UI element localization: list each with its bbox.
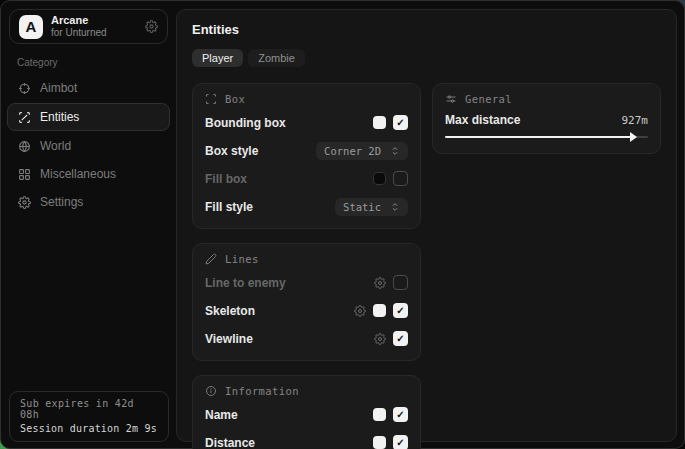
setting-row-skeleton: Skeleton [205,300,408,321]
box-card-title: Box [225,93,245,105]
skeleton-checkbox[interactable] [393,303,408,318]
sliders-icon [445,93,457,105]
box-style-dropdown[interactable]: Corner 2D [316,142,408,160]
chevrons-up-down-icon [390,202,400,212]
sidebar-item-miscellaneous[interactable]: Miscellaneous [7,161,170,187]
sidebar-item-label: Aimbot [40,81,77,95]
color-swatch[interactable] [373,172,386,185]
right-column: General Max distance 927m [432,83,661,154]
chevrons-up-down-icon [390,146,400,156]
viewline-checkbox[interactable] [393,331,408,346]
dropdown-value: Static [343,201,381,213]
subscription-status-card: Sub expires in 42d 08h Session duration … [9,391,169,442]
general-card-title: General [465,93,512,105]
setting-row-fill-style: Fill style Static [205,196,408,217]
box-card-header: Box [205,93,408,105]
name-checkbox[interactable] [393,407,408,422]
color-swatch[interactable] [373,304,386,317]
setting-row-box-style: Box style Corner 2D [205,140,408,161]
sidebar-item-label: Miscellaneous [40,167,116,181]
bounding-box-checkbox[interactable] [393,115,408,130]
lines-card-header: Lines [205,253,408,265]
max-distance-row: Max distance 927m [445,113,648,127]
max-distance-slider-fill [445,136,633,138]
gear-icon [18,196,31,209]
max-distance-label: Max distance [445,113,622,127]
fill-style-dropdown[interactable]: Static [335,198,408,216]
tab-zombie[interactable]: Zombie [248,49,305,67]
sub-expires-text: Sub expires in 42d 08h [20,398,158,420]
max-distance-slider[interactable] [445,132,648,142]
main-panel: Entities Player Zombie Box Bounding box [176,9,677,442]
general-card: General Max distance 927m [432,83,661,154]
setting-row-fill-box: Fill box [205,168,408,189]
crosshair-icon [18,82,31,95]
brand-name: Arcane [51,14,137,27]
color-swatch[interactable] [373,436,386,449]
distance-checkbox[interactable] [393,435,408,449]
box-card: Box Bounding box Box style Cor [192,83,421,229]
entity-tabs: Player Zombie [192,49,661,67]
dropdown-value: Corner 2D [324,145,381,157]
sidebar-item-label: Entities [40,110,79,124]
pencil-icon [205,253,217,265]
grid-icon [18,168,31,181]
entities-scan-icon [18,111,31,124]
gear-icon[interactable] [145,20,158,33]
row-label: Fill style [205,200,335,214]
fill-box-checkbox[interactable] [393,171,408,186]
row-label: Line to enemy [205,276,374,290]
sidebar-nav: Aimbot Entities World Miscellaneous [1,73,176,217]
setting-row-name: Name [205,404,408,425]
box-scan-icon [205,93,217,105]
general-card-header: General [445,93,648,105]
app-logo: A [19,15,43,39]
sidebar-item-label: World [40,139,71,153]
row-label: Skeleton [205,304,354,318]
sidebar-item-aimbot[interactable]: Aimbot [7,75,170,101]
row-label: Name [205,408,373,422]
setting-row-bounding-box: Bounding box [205,112,408,133]
session-duration-text: Session duration 2m 9s [20,423,158,434]
row-label: Viewline [205,332,374,346]
setting-row-line-to-enemy: Line to enemy [205,272,408,293]
lines-card-title: Lines [225,253,259,265]
page-title: Entities [192,22,661,37]
row-label: Fill box [205,172,373,186]
info-icon [205,385,217,397]
information-card-header: Information [205,385,408,397]
information-card-title: Information [225,385,299,397]
gear-icon[interactable] [374,333,386,345]
slider-thumb[interactable] [630,132,637,142]
left-column: Box Bounding box Box style Cor [192,83,421,449]
setting-row-viewline: Viewline [205,328,408,349]
row-label: Box style [205,144,316,158]
sidebar-item-label: Settings [40,195,83,209]
information-card: Information Name Distance [192,375,421,449]
globe-icon [18,140,31,153]
max-distance-value: 927m [622,114,649,127]
lines-card: Lines Line to enemy Skeleton [192,243,421,361]
app-window: A Arcane for Unturned Category Aimbot [0,0,685,449]
brand-subtitle: for Unturned [51,27,137,39]
color-swatch[interactable] [373,408,386,421]
sidebar: A Arcane for Unturned Category Aimbot [1,1,176,448]
category-label: Category [17,57,58,68]
line-to-enemy-checkbox[interactable] [393,275,408,290]
tab-player[interactable]: Player [192,49,243,67]
sidebar-item-settings[interactable]: Settings [7,189,170,215]
row-label: Distance [205,436,373,449]
sidebar-item-world[interactable]: World [7,133,170,159]
content-grid: Box Bounding box Box style Cor [192,83,661,449]
color-swatch[interactable] [373,116,386,129]
brand-card: A Arcane for Unturned [9,9,168,44]
setting-row-distance: Distance [205,432,408,449]
row-label: Bounding box [205,116,373,130]
gear-icon[interactable] [354,305,366,317]
brand-text: Arcane for Unturned [51,14,137,38]
sidebar-item-entities[interactable]: Entities [7,103,170,131]
gear-icon[interactable] [374,277,386,289]
